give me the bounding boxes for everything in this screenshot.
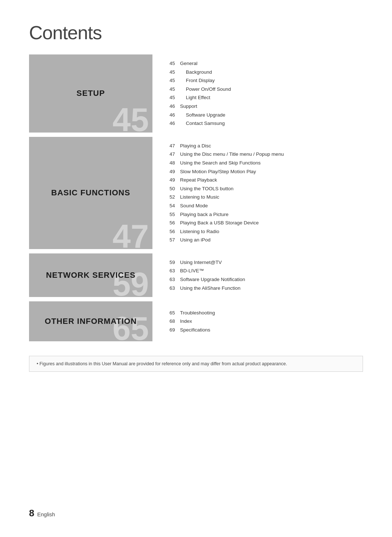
item-label: Playing back a Picture [180, 211, 229, 219]
section-basic-functions: BASIC FUNCTIONS4747Playing a Disc47Using… [29, 137, 363, 249]
page-title: Contents [29, 22, 363, 44]
list-item: 63Software Upgrade Notification [163, 276, 363, 284]
list-item: 55Playing back a Picture [163, 211, 363, 219]
list-item: 46Support [163, 102, 363, 110]
notice-text: • Figures and illustrations in this User… [37, 361, 287, 366]
list-item: 69Specifications [163, 326, 363, 334]
list-item: 45Background [163, 68, 363, 76]
footer: 8 English [29, 508, 55, 519]
item-label: Contact Samsung [180, 119, 225, 127]
list-item: 56Playing Back a USB Storage Device [163, 219, 363, 227]
item-label: Index [180, 317, 192, 325]
item-page-number: 45 [163, 85, 175, 93]
item-page-number: 65 [163, 309, 175, 317]
list-item: 68Index [163, 317, 363, 325]
sections-container: SETUP4545General45Background45Front Disp… [29, 54, 363, 341]
list-item: 65Troubleshooting [163, 309, 363, 317]
section-items-other-information: 65Troubleshooting68Index69Specifications [152, 301, 363, 341]
item-label: Repeat Playback [180, 176, 217, 184]
section-items-network-services: 59Using Internet@TV63BD-LIVE™63Software … [152, 253, 363, 297]
list-item: 49Repeat Playback [163, 176, 363, 184]
list-item: 57Using an iPod [163, 236, 363, 244]
footer-page-number: 8 [29, 508, 34, 519]
section-title-other-information: OTHER INFORMATION [45, 317, 137, 326]
section-label-basic-functions: BASIC FUNCTIONS47 [29, 137, 152, 249]
item-page-number: 48 [163, 159, 175, 167]
list-item: 45General [163, 60, 363, 68]
item-page-number: 45 [163, 77, 175, 85]
item-page-number: 45 [163, 60, 175, 68]
item-label: Using Internet@TV [180, 259, 222, 267]
item-label: Using the Search and Skip Functions [180, 159, 261, 167]
section-number-basic-functions: 47 [113, 220, 149, 249]
list-item: 63Using the AliShare Function [163, 284, 363, 292]
item-label: Playing a Disc [180, 142, 211, 150]
section-network-services: NETWORK SERVICES5959Using Internet@TV63B… [29, 253, 363, 297]
item-page-number: 46 [163, 102, 175, 110]
item-label: Listening to Radio [180, 228, 219, 236]
section-setup: SETUP4545General45Background45Front Disp… [29, 54, 363, 133]
item-label: Playing Back a USB Storage Device [180, 219, 259, 227]
item-page-number: 46 [163, 111, 175, 119]
section-other-information: OTHER INFORMATION6565Troubleshooting68In… [29, 301, 363, 341]
notice-box: • Figures and illustrations in this User… [29, 356, 363, 372]
item-label: Light Effect [180, 94, 210, 102]
list-item: 48Using the Search and Skip Functions [163, 159, 363, 167]
item-page-number: 49 [163, 168, 175, 176]
list-item: 47Using the Disc menu / Title menu / Pop… [163, 150, 363, 158]
page: Contents SETUP4545General45Background45F… [0, 0, 392, 537]
list-item: 56Listening to Radio [163, 228, 363, 236]
list-item: 59Using Internet@TV [163, 259, 363, 267]
item-label: Using the AliShare Function [180, 284, 241, 292]
section-title-network-services: NETWORK SERVICES [46, 270, 136, 280]
item-page-number: 52 [163, 193, 175, 201]
item-label: Software Upgrade Notification [180, 276, 245, 284]
list-item: 45Front Display [163, 77, 363, 85]
notice-bullet: • [37, 361, 40, 366]
section-label-other-information: OTHER INFORMATION65 [29, 301, 152, 341]
list-item: 45Light Effect [163, 94, 363, 102]
item-page-number: 47 [163, 150, 175, 158]
item-label: Using an iPod [180, 236, 211, 244]
item-label: Using the Disc menu / Title menu / Popup… [180, 150, 284, 158]
list-item: 46Contact Samsung [163, 119, 363, 127]
item-label: Power On/Off Sound [180, 85, 231, 93]
item-page-number: 49 [163, 176, 175, 184]
item-page-number: 57 [163, 236, 175, 244]
item-page-number: 56 [163, 219, 175, 227]
section-items-basic-functions: 47Playing a Disc47Using the Disc menu / … [152, 137, 363, 249]
section-label-setup: SETUP45 [29, 54, 152, 133]
list-item: 50Using the TOOLS button [163, 185, 363, 193]
section-number-setup: 45 [113, 103, 149, 133]
item-page-number: 63 [163, 267, 175, 275]
item-label: Listening to Music [180, 193, 219, 201]
item-label: Using the TOOLS button [180, 185, 233, 193]
footer-language: English [37, 511, 55, 517]
item-page-number: 56 [163, 228, 175, 236]
item-label: Software Upgrade [180, 111, 225, 119]
item-label: BD-LIVE™ [180, 267, 204, 275]
list-item: 49Slow Motion Play/Step Motion Play [163, 168, 363, 176]
item-page-number: 63 [163, 284, 175, 292]
item-label: Background [180, 68, 212, 76]
section-items-setup: 45General45Background45Front Display45Po… [152, 54, 363, 133]
item-page-number: 45 [163, 94, 175, 102]
list-item: 46Software Upgrade [163, 111, 363, 119]
item-page-number: 68 [163, 317, 175, 325]
item-page-number: 59 [163, 259, 175, 267]
item-page-number: 69 [163, 326, 175, 334]
item-page-number: 45 [163, 68, 175, 76]
list-item: 52Listening to Music [163, 193, 363, 201]
item-label: Specifications [180, 326, 210, 334]
section-title-setup: SETUP [77, 89, 105, 98]
item-label: Slow Motion Play/Step Motion Play [180, 168, 256, 176]
item-page-number: 47 [163, 142, 175, 150]
item-page-number: 54 [163, 202, 175, 210]
item-label: General [180, 60, 197, 68]
item-page-number: 63 [163, 276, 175, 284]
section-label-network-services: NETWORK SERVICES59 [29, 253, 152, 297]
item-page-number: 46 [163, 119, 175, 127]
list-item: 47Playing a Disc [163, 142, 363, 150]
notice-content: Figures and illustrations in this User M… [40, 361, 287, 366]
list-item: 63BD-LIVE™ [163, 267, 363, 275]
